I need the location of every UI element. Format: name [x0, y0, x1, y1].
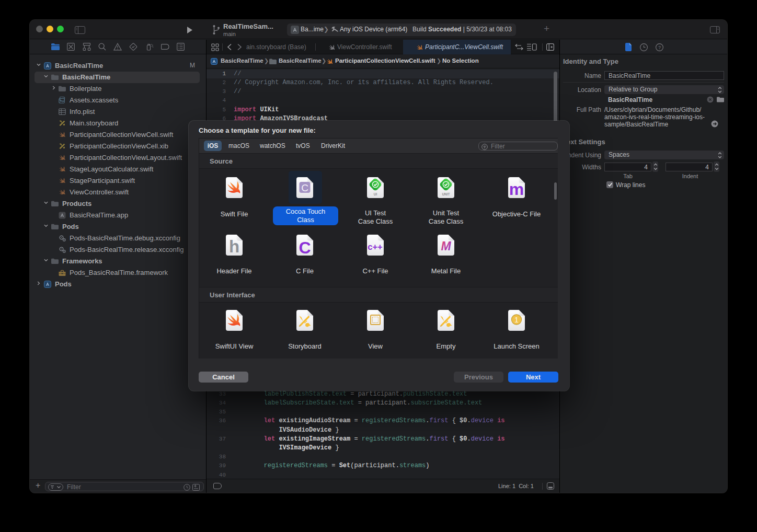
svg-text:UNIT: UNIT — [442, 192, 450, 196]
svg-text:M: M — [441, 239, 451, 253]
svg-text:m: m — [509, 180, 524, 199]
svg-text:1: 1 — [514, 316, 519, 324]
svg-text:?: ? — [658, 45, 661, 50]
svg-text:c++: c++ — [368, 242, 382, 251]
svg-text:C: C — [301, 182, 308, 193]
svg-text:h: h — [229, 237, 239, 256]
svg-text:UI: UI — [374, 192, 377, 196]
svg-text:C: C — [299, 238, 311, 256]
